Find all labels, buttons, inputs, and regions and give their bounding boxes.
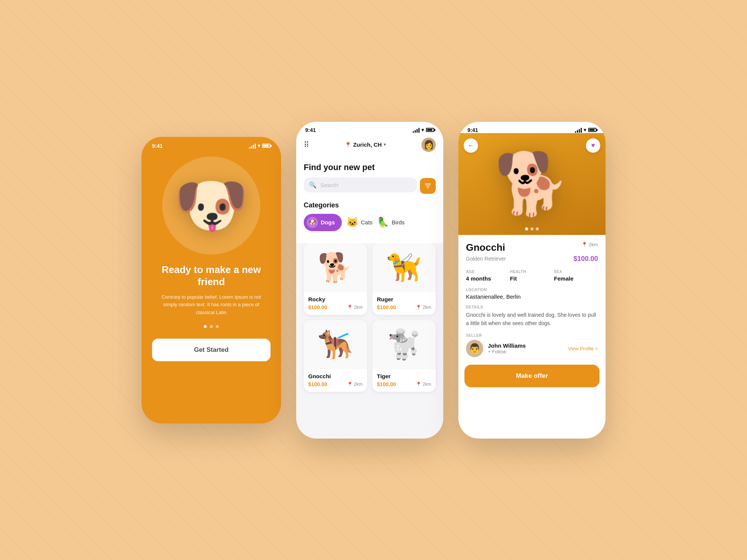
pet-meta-rocky: $100.00 📍 2km xyxy=(308,304,363,310)
seller-row: 👨 John Williams + Follow View Profile > xyxy=(466,340,598,357)
wifi-icon-3: ▾ xyxy=(584,127,586,133)
view-profile-link[interactable]: View Profile > xyxy=(568,346,598,351)
stats-row: AGE 4 months HEALTH Fit SEX Female xyxy=(466,270,598,282)
pet-info-rocky: Rocky $100.00 📍 2km xyxy=(304,292,367,315)
distance-value-ruger: 2km xyxy=(423,305,431,310)
stat-health: HEALTH Fit xyxy=(510,270,554,282)
pet-grid-area: 🐕 Rocky $100.00 📍 2km 🦮 xyxy=(296,243,443,399)
distance-value-gnocchi: 2km xyxy=(354,382,363,387)
get-started-button[interactable]: Get Started xyxy=(152,339,271,361)
filter-button[interactable] xyxy=(420,178,436,194)
make-offer-button[interactable]: Make offer xyxy=(464,365,599,387)
category-birds[interactable]: 🦜 Birds xyxy=(377,216,404,228)
stat-age: AGE 4 months xyxy=(466,270,510,282)
wifi-icon-2: ▾ xyxy=(421,127,424,133)
pin-icon-ruger: 📍 xyxy=(416,305,421,310)
browse-content: Find your new pet 🔍 Search Categories 🐶 … xyxy=(296,156,443,243)
find-title: Find your new pet xyxy=(304,163,436,172)
pet-card-rocky[interactable]: 🐕 Rocky $100.00 📍 2km xyxy=(304,243,367,315)
pet-price-rocky: $100.00 xyxy=(308,304,327,310)
age-label: AGE xyxy=(466,270,510,274)
detail-pet-name: Gnocchi xyxy=(466,242,505,253)
status-bar-1: 9:41 ▾ xyxy=(141,137,281,149)
health-value: Fit xyxy=(510,275,554,282)
pin-icon-gnocchi: 📍 xyxy=(347,382,353,387)
pet-meta-gnocchi: $100.00 📍 2km xyxy=(308,381,363,387)
distance-value-tiger: 2km xyxy=(423,382,431,387)
pet-info-tiger: Tiger $100.00 📍 2km xyxy=(372,369,436,392)
location-selector[interactable]: 📍 Zurich, CH ▾ xyxy=(345,141,386,148)
pet-image-ruger: 🦮 xyxy=(372,243,436,292)
category-dogs[interactable]: 🐶 Dogs xyxy=(304,214,342,231)
detail-screen: 9:41 ▾ 🐕 ← ♥ Gnocchi 📍 2km xyxy=(458,122,606,439)
cats-icon: 🐱 xyxy=(346,216,358,228)
detail-price: $100.00 xyxy=(573,255,598,263)
sex-value: Female xyxy=(554,275,598,282)
pet-meta-ruger: $100.00 📍 2km xyxy=(377,304,431,310)
favorite-button[interactable]: ♥ xyxy=(586,138,600,153)
pet-image-rocky: 🐕 xyxy=(304,243,367,292)
pet-name-tiger: Tiger xyxy=(377,373,431,379)
status-icons-1: ▾ xyxy=(249,143,271,149)
pet-price-tiger: $100.00 xyxy=(377,381,396,387)
location-pin-icon: 📍 xyxy=(345,142,351,148)
status-bar-3: 9:41 ▾ xyxy=(458,122,606,133)
search-icon: 🔍 xyxy=(309,181,317,189)
battery-icon-2 xyxy=(426,128,434,132)
detail-pin-icon: 📍 xyxy=(581,242,587,247)
pet-card-gnocchi[interactable]: 🐕‍🦺 Gnocchi $100.00 📍 2km xyxy=(304,320,367,392)
pet-hero-image: 🐕 ← ♥ xyxy=(458,133,606,235)
img-dot-3[interactable] xyxy=(536,227,539,230)
chevron-down-icon: ▾ xyxy=(384,142,386,147)
dog-emoji: 🐶 xyxy=(174,170,249,241)
battery-icon-3 xyxy=(588,128,596,132)
name-distance-row: Gnocchi 📍 2km xyxy=(466,242,598,253)
search-bar[interactable]: 🔍 Search xyxy=(304,178,417,192)
pet-name-ruger: Ruger xyxy=(377,296,431,302)
age-value: 4 months xyxy=(466,275,510,282)
img-dot-2[interactable] xyxy=(530,227,533,230)
follow-button[interactable]: + Follow xyxy=(488,349,563,354)
pet-card-ruger[interactable]: 🦮 Ruger $100.00 📍 2km xyxy=(372,243,436,315)
cats-label: Cats xyxy=(361,219,373,226)
status-time-3: 9:41 xyxy=(467,127,478,133)
pet-image-gnocchi: 🐕‍🦺 xyxy=(304,320,367,369)
back-button[interactable]: ← xyxy=(464,138,478,153)
location-value: Kastanienallee, Berlin xyxy=(466,293,598,300)
detail-distance: 📍 2km xyxy=(581,242,598,247)
pet-distance-gnocchi: 📍 2km xyxy=(347,382,363,387)
status-time-1: 9:41 xyxy=(152,143,163,149)
birds-label: Birds xyxy=(392,219,404,226)
img-dot-1[interactable] xyxy=(525,227,528,230)
search-row: 🔍 Search xyxy=(304,178,436,195)
pet-image-tiger: 🐩 xyxy=(372,320,436,369)
categories-row: 🐶 Dogs 🐱 Cats 🦜 Birds xyxy=(304,214,436,231)
birds-icon: 🦜 xyxy=(377,216,389,228)
pin-icon-rocky: 📍 xyxy=(347,305,353,310)
pet-card-tiger[interactable]: 🐩 Tiger $100.00 📍 2km xyxy=(372,320,436,392)
dog-illustration: 🐶 xyxy=(170,164,253,247)
status-bar-2: 9:41 ▾ xyxy=(296,122,443,133)
pet-info-gnocchi: Gnocchi $100.00 📍 2km xyxy=(304,369,367,392)
dot-1[interactable] xyxy=(204,325,207,328)
pet-distance-ruger: 📍 2km xyxy=(416,305,431,310)
detail-dog-emoji: 🐕 xyxy=(494,149,570,219)
pet-distance-rocky: 📍 2km xyxy=(347,305,363,310)
dot-2[interactable] xyxy=(210,325,213,328)
breed-price-row: Golden Retriever $100.00 xyxy=(466,255,598,263)
pin-icon-tiger: 📍 xyxy=(416,382,421,387)
dogs-icon: 🐶 xyxy=(307,217,318,228)
pet-price-ruger: $100.00 xyxy=(377,304,396,310)
user-avatar[interactable]: 👩 xyxy=(421,138,436,152)
grid-menu-icon[interactable]: ⠿ xyxy=(304,140,309,149)
location-label: Zurich, CH xyxy=(353,141,382,148)
hero-circle: 🐶 xyxy=(162,156,260,255)
location-section-label: LOCATION xyxy=(466,288,598,292)
dot-3[interactable] xyxy=(216,325,219,328)
distance-value-rocky: 2km xyxy=(354,305,363,310)
detail-distance-value: 2km xyxy=(589,242,598,247)
pet-name-gnocchi: Gnocchi xyxy=(308,373,363,379)
details-section-label: DETAILS xyxy=(466,305,598,309)
battery-icon-1 xyxy=(262,144,271,148)
category-cats[interactable]: 🐱 Cats xyxy=(346,216,373,228)
